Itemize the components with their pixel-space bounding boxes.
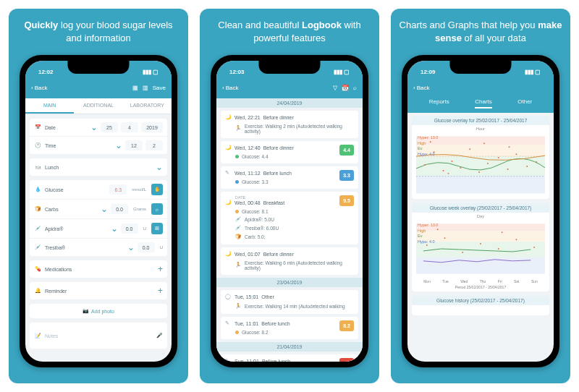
carbs-search-button[interactable]: ⌕	[151, 203, 163, 215]
glucose-row[interactable]: 💧 Glucose mmol/L ✋	[30, 180, 167, 200]
reminder-row[interactable]: 🔔 Reminder +	[30, 282, 167, 299]
entry-time: Sun, 11:01	[234, 359, 259, 362]
app-header: ‹Back ▽ 📆 ⌕	[216, 77, 363, 98]
back-button[interactable]: ‹Back	[413, 85, 429, 91]
chart-glucose-overlay[interactable]: Glucose overlay for 25/02/2017 - 25/04/2…	[412, 116, 549, 199]
glucose-hand-button[interactable]: ✋	[151, 184, 163, 195]
plus-icon[interactable]: +	[153, 286, 163, 296]
x-axis-ticks: MonTueWedThuFriSatSun	[412, 279, 549, 285]
chart-glucose-history[interactable]: Glucose history (25/02/2017 - 25/04/2017…	[412, 296, 549, 315]
chart-legend: Hyper: 13.0 High Ev Hypo: 4.0	[418, 135, 438, 158]
chart-glucose-week-overlay[interactable]: Glucose week overlay (25/02/2017 - 25/04…	[412, 203, 549, 291]
entry-time: Wed, 00:48	[234, 200, 261, 205]
pencil-icon: ✎	[225, 358, 232, 362]
chevron-down-icon[interactable]: ⌄	[112, 140, 122, 150]
chevron-down-icon[interactable]: ⌄	[88, 122, 98, 132]
tab-other[interactable]: Other	[517, 98, 532, 108]
medications-label: Medications	[45, 267, 150, 272]
time-min-input[interactable]	[145, 140, 163, 150]
signal-icon: ▮▮▮ ▢	[334, 69, 350, 75]
notes-row[interactable]: 📝 Notes 🎤	[30, 323, 167, 349]
save-button[interactable]: Save	[153, 85, 166, 91]
notes-icon: 📝	[34, 332, 42, 340]
time-row[interactable]: 🕐 Time ⌄	[30, 137, 167, 154]
tab-main[interactable]: MAIN	[25, 98, 74, 114]
entry-category: Before dinner	[263, 115, 294, 120]
search-icon[interactable]: ⌕	[353, 85, 357, 91]
svg-point-18	[536, 161, 537, 163]
chart-legend: Hyper: 13.0 High Ev Hypo: 4.0	[418, 223, 438, 245]
tab-additional[interactable]: ADDITIONAL	[74, 98, 122, 114]
apidra-calc-button[interactable]: ⊞	[151, 223, 163, 234]
blood-drop-icon: 💧	[34, 186, 42, 194]
entry-tabs: MAIN ADDITIONAL LABORATORY	[25, 98, 172, 114]
entry-category: Before lunch	[262, 359, 290, 362]
plus-icon[interactable]: +	[153, 264, 163, 274]
svg-point-15	[507, 169, 509, 170]
mic-icon[interactable]: 🎤	[156, 333, 163, 338]
log-entry[interactable]: ✎Wed, 11:12Before lunch Glucose: 3.3 3.3	[221, 166, 358, 189]
axis-label: Hour	[412, 125, 549, 131]
bell-icon: 🔔	[34, 287, 42, 295]
date-pick-icon[interactable]: 📆	[342, 85, 349, 91]
pencil-icon: ✎	[225, 320, 232, 327]
log-entry[interactable]: ✎Tue, 11:01Before lunch Glucose: 8.2 8.2	[221, 317, 358, 339]
category-label: Lunch	[45, 165, 150, 170]
carbs-row[interactable]: 🍞 Carbs ⌄ Grams ⌕	[30, 200, 167, 219]
calendar-icon[interactable]: ▥	[143, 85, 148, 91]
headline-3: Charts and Graphs that help you make sen…	[398, 19, 563, 45]
date-month-input[interactable]	[121, 122, 138, 132]
headline-2: Clean and beautiful Logbook with powerfu…	[207, 19, 372, 45]
entry-glucose: Glucose: 8.1	[242, 209, 269, 214]
svg-point-22	[509, 146, 510, 148]
chart-title: Glucose history (25/02/2017 - 25/04/2017…	[412, 296, 549, 305]
entry-category: Before lunch	[263, 171, 292, 176]
log-entry[interactable]: 🌙Wed, 22:21Before dinner 🏃Exercise: Walk…	[221, 111, 358, 138]
carbs-unit: Grams	[133, 207, 146, 211]
filter-icon[interactable]: ▽	[333, 85, 337, 91]
pencil-icon: ✎	[225, 170, 232, 176]
add-photo-button[interactable]: 📷Add photo	[30, 304, 167, 318]
back-button[interactable]: ‹Back	[222, 85, 238, 91]
tab-reports[interactable]: Reports	[429, 98, 449, 108]
category-row[interactable]: 🍽 Lunch ⌄	[30, 158, 167, 176]
tab-laboratory[interactable]: LABORATORY	[123, 98, 172, 114]
back-button[interactable]: ‹Back	[31, 85, 47, 91]
svg-point-10	[460, 167, 461, 169]
apidra-row[interactable]: 💉 Apidra® ⌄ U ⊞	[30, 219, 167, 239]
svg-rect-26	[416, 257, 545, 274]
svg-point-33	[533, 247, 535, 248]
apidra-input[interactable]	[121, 223, 138, 234]
log-entry[interactable]: 🌙Wed, 12:40Before dinner Glucose: 4.4 4.…	[221, 141, 358, 163]
entry-category: Before lunch	[261, 321, 290, 326]
circle-icon: ◯	[225, 294, 232, 300]
log-entry[interactable]: DATE 🌙Wed, 00:48Breakfast Glucose: 8.1 💉…	[221, 192, 358, 244]
chevron-down-icon[interactable]: ⌄	[108, 223, 118, 234]
chevron-down-icon[interactable]: ⌄	[153, 162, 163, 172]
tresiba-row[interactable]: 💉 Tresiba® ⌄ U	[30, 239, 167, 256]
tab-charts[interactable]: Charts	[475, 98, 492, 108]
grid-icon[interactable]: ▦	[132, 85, 138, 91]
chevron-down-icon[interactable]: ⌄	[124, 242, 135, 252]
date-row[interactable]: 📅 Date ⌄	[30, 119, 167, 137]
chevron-down-icon[interactable]: ⌄	[98, 204, 108, 214]
tresiba-input[interactable]	[138, 242, 155, 252]
svg-point-29	[462, 252, 463, 253]
apidra-unit: U	[143, 226, 146, 231]
clock-icon: 🕐	[34, 142, 42, 150]
date-day-input[interactable]	[101, 122, 118, 132]
carbs-label: Carbs	[45, 207, 95, 212]
log-entry[interactable]: 🌙Wed, 01:07Before dinner 🏃Exercise: Walk…	[221, 247, 358, 275]
carbs-input[interactable]	[111, 204, 128, 214]
hand-icon: ✋	[154, 187, 161, 192]
signal-icon: ▮▮▮ ▢	[525, 69, 541, 75]
log-entry[interactable]: ◯Tue, 15:01Other 🏃Exercise: Walking 14 m…	[221, 290, 358, 314]
date-year-input[interactable]	[141, 122, 163, 132]
time-hour-input[interactable]	[125, 140, 143, 150]
date-label: Date	[45, 125, 85, 130]
phone-frame-3: 12:09▮▮▮ ▢ ‹Back Reports Charts Other Gl…	[402, 55, 559, 367]
notch	[450, 61, 512, 74]
log-entry[interactable]: ✎Sun, 11:01Before lunch Glucose: 16.0 16…	[221, 354, 358, 362]
medications-row[interactable]: 💊 Medications +	[30, 260, 167, 278]
glucose-input[interactable]	[109, 184, 127, 195]
